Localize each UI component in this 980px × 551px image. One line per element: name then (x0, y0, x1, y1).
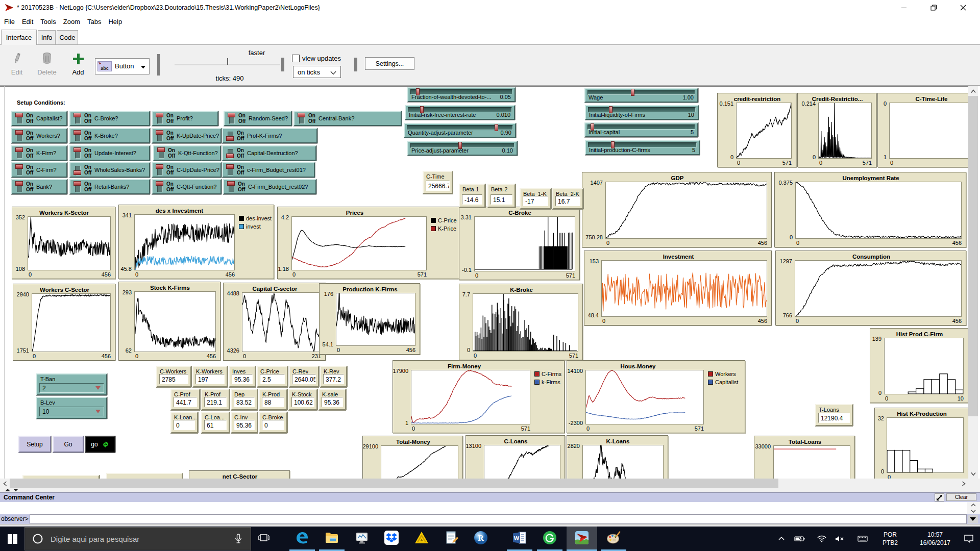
switch-knob[interactable] (226, 154, 234, 158)
tray-language[interactable]: PORPTB2 (879, 531, 901, 547)
tray-clock[interactable]: 10:5716/06/2017 (912, 531, 959, 547)
switch-prof-k-firms[interactable]: OnOffProf-K-Firms? (222, 128, 317, 143)
switch-retail-banks[interactable]: OnOffRetail-Banks? (69, 179, 150, 194)
menu-help[interactable]: Help (105, 16, 126, 28)
command-center-scrollbar[interactable] (967, 502, 980, 514)
switch-k-broke[interactable]: OnOffK-Broke? (69, 128, 150, 143)
switch-random-seed[interactable]: OnOffRandom-Seed? (224, 111, 292, 126)
switch-knob[interactable] (228, 113, 235, 117)
word-taskbar-button[interactable]: W (504, 527, 535, 551)
triangle-app-taskbar-button[interactable] (406, 527, 437, 551)
switch-knob[interactable] (15, 164, 23, 169)
vertical-scrollbar[interactable] (968, 86, 978, 479)
tab-interface[interactable]: Interface (1, 30, 37, 45)
go-button[interactable]: Go (53, 436, 84, 453)
slider-wage[interactable]: Wage1.00 (584, 88, 698, 103)
observer-input[interactable] (30, 514, 967, 524)
switch-c-firm[interactable]: OnOffC-Firm? (11, 162, 67, 178)
keyboard-tray-icon[interactable] (854, 527, 871, 551)
switch-wholesales-banks[interactable]: OnOffWholeSales-Banks? (69, 162, 150, 178)
switch-c-update-price[interactable]: OnOffC-UpDate-Price? (152, 162, 222, 178)
notepad-taskbar-button[interactable] (436, 527, 467, 551)
go-button[interactable]: go (85, 436, 115, 453)
switch-update-interest[interactable]: OnOffUpdate-Interest? (69, 145, 150, 161)
slider-initial-risk-free-interest-rate[interactable]: Initial-risk-free-interest-rate0.010 (405, 105, 515, 120)
chooser-t-ban[interactable]: T-Ban2 (36, 373, 107, 395)
update-mode-dropdown[interactable]: on ticks (293, 66, 341, 78)
speed-slider-thumb[interactable] (227, 58, 228, 65)
slider-handle[interactable] (495, 124, 498, 131)
slider-fraction-of-wealth-devoted-to-[interactable]: Fraction-of-wealth-devoted-to-...0.05 (407, 87, 516, 102)
switch-knob[interactable] (74, 113, 81, 117)
switch-capitalist[interactable]: OnOffCapitalist? (11, 111, 67, 126)
switch-knob[interactable] (74, 181, 81, 186)
hscroll-thumb[interactable] (10, 479, 778, 488)
switch-capital-destruction[interactable]: OnOffCapital-Destruction? (222, 145, 316, 161)
switch-k-update-price[interactable]: OnOffK-UpDate-Price? (152, 128, 222, 143)
switch-k-firm[interactable]: OnOffK-Firm? (11, 145, 67, 161)
switch-c-firmbudgetrest01[interactable]: OnOffc-Firm_Budget_rest01? (222, 162, 315, 178)
taskbar-search-box[interactable]: Digite aqui para pesquisar (24, 527, 251, 550)
close-button[interactable] (951, 0, 974, 15)
menu-tools[interactable]: Tools (37, 16, 59, 28)
switch-c-qtt-function[interactable]: OnOffC-Qtt-Function? (152, 179, 222, 194)
slider-initial-liquidity-of-firms[interactable]: Initial-liquidity-of-Firms10 (585, 105, 699, 120)
switch-knob[interactable] (15, 130, 23, 135)
switch-knob[interactable] (226, 164, 234, 169)
switch-c-broke[interactable]: OnOffC-Broke? (69, 111, 150, 126)
chooser-b-lev[interactable]: B-Lev10 (36, 397, 107, 419)
chooser-value-box[interactable]: 2 (39, 383, 104, 393)
switch-knob[interactable] (15, 181, 23, 186)
slider-handle[interactable] (631, 89, 634, 96)
switch-knob[interactable] (15, 113, 23, 117)
paint-taskbar-button[interactable] (598, 527, 629, 551)
menu-edit[interactable]: Edit (18, 16, 37, 28)
delete-button[interactable]: Delete (35, 68, 59, 76)
menu-tabs[interactable]: Tabs (84, 16, 105, 28)
hscroll-left-button[interactable] (0, 479, 10, 488)
task-view-taskbar-button[interactable] (249, 527, 279, 551)
switch-knob[interactable] (156, 113, 163, 117)
chevron-up-tray-icon[interactable] (773, 527, 790, 551)
minimize-button[interactable] (892, 0, 915, 15)
r-taskbar-button[interactable]: R (465, 527, 496, 551)
file-explorer-taskbar-button[interactable] (316, 527, 347, 551)
switch-knob[interactable] (74, 147, 81, 152)
clear-button[interactable]: Clear (946, 493, 976, 501)
switch-c-firmbudgetrest02[interactable]: OnOffC-Firm_Budget_rest02? (223, 179, 316, 194)
menu-file[interactable]: File (4, 16, 18, 28)
start-button[interactable] (0, 527, 24, 551)
microphone-icon[interactable] (234, 534, 242, 545)
netlogo-taskbar-button[interactable] (567, 527, 597, 551)
switch-workers[interactable]: OnOffWorkers? (11, 128, 67, 143)
switch-knob[interactable] (156, 181, 163, 186)
dropbox-taskbar-button[interactable] (376, 527, 407, 551)
vscroll-down-button[interactable] (968, 469, 978, 479)
switch-knob[interactable] (157, 147, 165, 152)
switch-knob[interactable] (15, 147, 23, 152)
command-center-splitter[interactable] (0, 488, 980, 492)
slider-initial-capital[interactable]: Initial-capital5 (584, 122, 698, 137)
slider-price-adjust-parameter[interactable]: Price-adjust-parameter0.10 (407, 141, 518, 156)
tab-info[interactable]: Info (38, 30, 56, 44)
hscroll-right-button[interactable] (959, 479, 968, 488)
splitter-arrows-icon[interactable] (5, 489, 18, 492)
horizontal-scrollbar[interactable] (0, 479, 968, 488)
slider-initial-production-c-firms[interactable]: Initial-production-C-firms5 (585, 140, 700, 155)
switch-knob[interactable] (227, 181, 235, 186)
menu-zoom[interactable]: Zoom (60, 16, 84, 28)
slider-quantity-adjust-parameter[interactable]: Quantity-adjust-parameter0.90 (404, 123, 516, 138)
grammarly-taskbar-button[interactable] (534, 527, 565, 551)
widget-type-dropdown[interactable]: abc Button (95, 58, 150, 74)
battery-tray-icon[interactable] (791, 527, 808, 551)
tab-code[interactable]: Code (57, 30, 78, 44)
edge-taskbar-button[interactable] (287, 527, 317, 551)
settings-button[interactable]: Settings... (365, 57, 414, 70)
add-button[interactable]: Add (67, 68, 89, 76)
restore-button[interactable] (922, 0, 945, 15)
vscroll-up-button[interactable] (968, 86, 978, 96)
view-updates-checkbox[interactable] (292, 55, 300, 62)
volume-muted-tray-icon[interactable] (831, 527, 849, 551)
edit-button[interactable]: Edit (6, 68, 28, 76)
switch-k-qtt-function[interactable]: OnOffK-Qtt-Function? (153, 145, 221, 161)
